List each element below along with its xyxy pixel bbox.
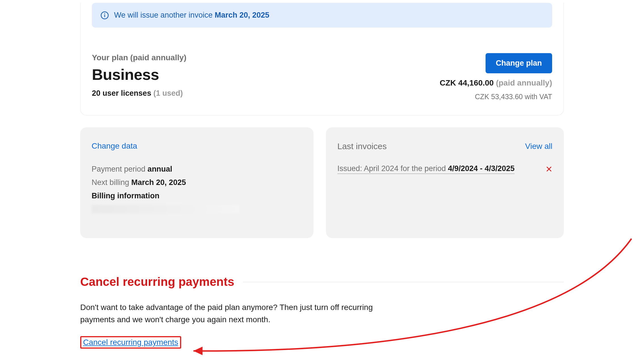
- svg-point-2: [104, 13, 105, 14]
- cancel-recurring-link[interactable]: Cancel recurring payments: [83, 338, 178, 347]
- info-icon: [100, 11, 109, 20]
- next-invoice-text: We will issue another invoice March 20, …: [114, 11, 269, 20]
- change-data-link[interactable]: Change data: [92, 141, 302, 151]
- invoice-row: Issued: April 2024 for the period 4/9/20…: [337, 164, 552, 174]
- billing-info-label: Billing information: [92, 192, 302, 200]
- invoices-title: Last invoices: [337, 141, 387, 151]
- price-line: CZK 44,160.00 (paid annually): [440, 78, 552, 88]
- view-all-link[interactable]: View all: [525, 142, 552, 151]
- vat-line: CZK 53,433.60 with VAT: [475, 93, 552, 101]
- billing-card: Change data Payment period annual Next b…: [80, 127, 313, 238]
- cancel-text: Don't want to take advantage of the paid…: [80, 301, 393, 326]
- licenses-line: 20 user licenses (1 used): [92, 89, 186, 98]
- invoices-card: Last invoices View all Issued: April 202…: [326, 127, 564, 238]
- payment-period: Payment period annual: [92, 165, 302, 174]
- billing-info-redacted: [92, 205, 240, 213]
- close-icon[interactable]: [546, 166, 552, 172]
- divider: [243, 282, 564, 282]
- cancel-link-highlight: Cancel recurring payments: [80, 336, 181, 349]
- next-invoice-banner: We will issue another invoice March 20, …: [92, 3, 552, 28]
- invoice-link[interactable]: Issued: April 2024 for the period 4/9/20…: [337, 164, 515, 174]
- plan-card: We will issue another invoice March 20, …: [80, 3, 564, 115]
- next-billing: Next billing March 20, 2025: [92, 178, 302, 187]
- cancel-section: Cancel recurring payments Don't want to …: [80, 275, 564, 349]
- plan-label: Your plan (paid annually): [92, 53, 186, 62]
- plan-name: Business: [92, 66, 186, 83]
- change-plan-button[interactable]: Change plan: [486, 53, 552, 73]
- cancel-heading: Cancel recurring payments: [80, 275, 234, 289]
